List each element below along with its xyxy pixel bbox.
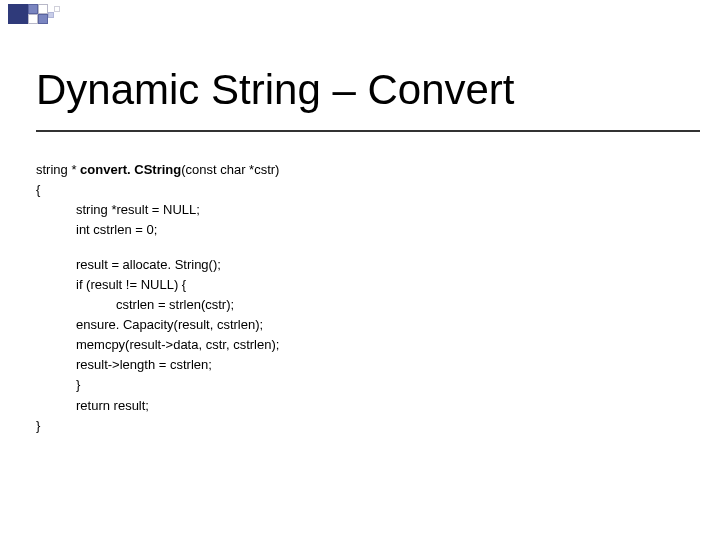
code-line: string *result = NULL; (36, 200, 690, 220)
decor-square (48, 12, 54, 18)
code-line: } (36, 375, 690, 395)
code-text: (const char *cstr) (181, 162, 279, 177)
decor-square (54, 6, 60, 12)
blank-line (36, 241, 690, 255)
code-line: memcpy(result->data, cstr, cstrlen); (36, 335, 690, 355)
code-line: string * convert. CString(const char *cs… (36, 160, 690, 180)
decor-square (38, 14, 48, 24)
code-line: int cstrlen = 0; (36, 220, 690, 240)
code-text: string * (36, 162, 80, 177)
code-line: result->length = cstrlen; (36, 355, 690, 375)
code-line: { (36, 180, 690, 200)
code-line: return result; (36, 396, 690, 416)
slide-title: Dynamic String – Convert (36, 68, 700, 112)
decor-square (8, 4, 28, 24)
code-line: cstrlen = strlen(cstr); (36, 295, 690, 315)
decor-square (38, 4, 48, 14)
code-line: ensure. Capacity(result, cstrlen); (36, 315, 690, 335)
decor-square (28, 4, 38, 14)
slide: Dynamic String – Convert string * conver… (0, 0, 720, 540)
decor-square (28, 14, 38, 24)
code-bold: convert. CString (80, 162, 181, 177)
code-block: string * convert. CString(const char *cs… (36, 160, 690, 436)
corner-decoration (8, 4, 188, 34)
code-line: if (result != NULL) { (36, 275, 690, 295)
code-line: result = allocate. String(); (36, 255, 690, 275)
code-line: } (36, 416, 690, 436)
title-container: Dynamic String – Convert (36, 68, 700, 132)
